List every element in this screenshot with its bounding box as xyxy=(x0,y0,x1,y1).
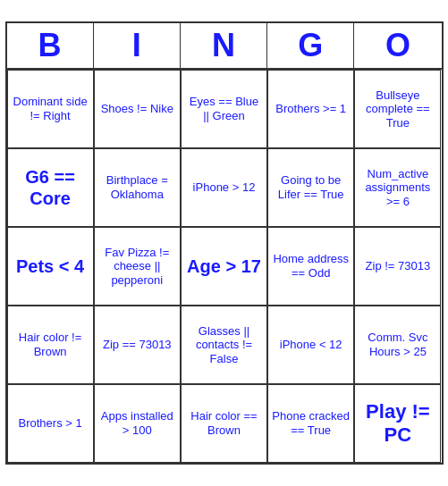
cell-text-0: Dominant side != Right xyxy=(12,95,89,122)
bingo-cell-0: Dominant side != Right xyxy=(7,70,94,148)
bingo-letter-g: G xyxy=(267,23,354,68)
cell-text-13: Home address == Odd xyxy=(272,252,350,280)
bingo-letter-b: B xyxy=(7,23,94,68)
bingo-cell-21: Apps installed > 100 xyxy=(94,384,181,463)
cell-text-15: Hair color != Brown xyxy=(12,331,89,358)
bingo-cell-23: Phone cracked == True xyxy=(267,384,354,463)
bingo-cell-6: Birthplace = Oklahoma xyxy=(94,148,181,227)
cell-text-2: Eyes == Blue || Green xyxy=(185,95,263,122)
bingo-cell-4: Bullseye complete == True xyxy=(354,70,441,148)
cell-text-5: G6 == Core xyxy=(12,166,89,209)
bingo-cell-22: Hair color == Brown xyxy=(181,384,267,463)
bingo-board: BINGO Dominant side != RightShoes != Nik… xyxy=(5,21,444,465)
bingo-header: BINGO xyxy=(7,23,442,70)
bingo-grid: Dominant side != RightShoes != NikeEyes … xyxy=(7,70,442,463)
bingo-cell-12: Age > 17 xyxy=(181,227,267,306)
bingo-cell-3: Brothers >= 1 xyxy=(267,70,354,148)
cell-text-3: Brothers >= 1 xyxy=(275,102,346,116)
cell-text-11: Fav Pizza != cheese || pepperoni xyxy=(98,246,176,288)
bingo-cell-13: Home address == Odd xyxy=(267,227,354,306)
cell-text-12: Age > 17 xyxy=(187,256,261,277)
bingo-letter-o: O xyxy=(354,23,441,68)
cell-text-18: iPhone < 12 xyxy=(280,338,342,352)
bingo-letter-n: N xyxy=(181,23,267,68)
cell-text-8: Going to be Lifer == True xyxy=(272,173,350,201)
cell-text-19: Comm. Svc Hours > 25 xyxy=(359,331,436,358)
bingo-cell-16: Zip == 73013 xyxy=(94,306,181,384)
bingo-cell-11: Fav Pizza != cheese || pepperoni xyxy=(94,227,181,306)
cell-text-22: Hair color == Brown xyxy=(185,409,263,437)
bingo-letter-i: I xyxy=(94,23,181,68)
bingo-cell-15: Hair color != Brown xyxy=(7,306,94,384)
bingo-cell-1: Shoes != Nike xyxy=(94,70,181,148)
bingo-cell-18: iPhone < 12 xyxy=(267,306,354,384)
cell-text-10: Pets < 4 xyxy=(16,256,84,277)
cell-text-4: Bullseye complete == True xyxy=(359,88,436,130)
cell-text-6: Birthplace = Oklahoma xyxy=(98,173,176,201)
bingo-cell-9: Num_active assignments >= 6 xyxy=(354,148,441,227)
cell-text-17: Glasses || contacts != False xyxy=(185,324,263,366)
bingo-cell-24: Play != PC xyxy=(354,384,441,463)
cell-text-23: Phone cracked == True xyxy=(272,409,350,437)
cell-text-24: Play != PC xyxy=(359,400,436,448)
cell-text-20: Brothers > 1 xyxy=(19,416,82,431)
bingo-cell-14: Zip != 73013 xyxy=(354,227,441,306)
bingo-cell-10: Pets < 4 xyxy=(7,227,94,306)
cell-text-21: Apps installed > 100 xyxy=(98,409,176,437)
bingo-cell-20: Brothers > 1 xyxy=(7,384,94,463)
cell-text-14: Zip != 73013 xyxy=(366,259,431,273)
cell-text-9: Num_active assignments >= 6 xyxy=(359,167,436,209)
bingo-cell-5: G6 == Core xyxy=(7,148,94,227)
bingo-cell-2: Eyes == Blue || Green xyxy=(181,70,267,148)
bingo-cell-7: iPhone > 12 xyxy=(181,148,267,227)
bingo-cell-17: Glasses || contacts != False xyxy=(181,306,267,384)
cell-text-16: Zip == 73013 xyxy=(103,338,172,352)
bingo-cell-19: Comm. Svc Hours > 25 xyxy=(354,306,441,384)
cell-text-7: iPhone > 12 xyxy=(193,180,256,195)
bingo-cell-8: Going to be Lifer == True xyxy=(267,148,354,227)
cell-text-1: Shoes != Nike xyxy=(101,102,173,116)
